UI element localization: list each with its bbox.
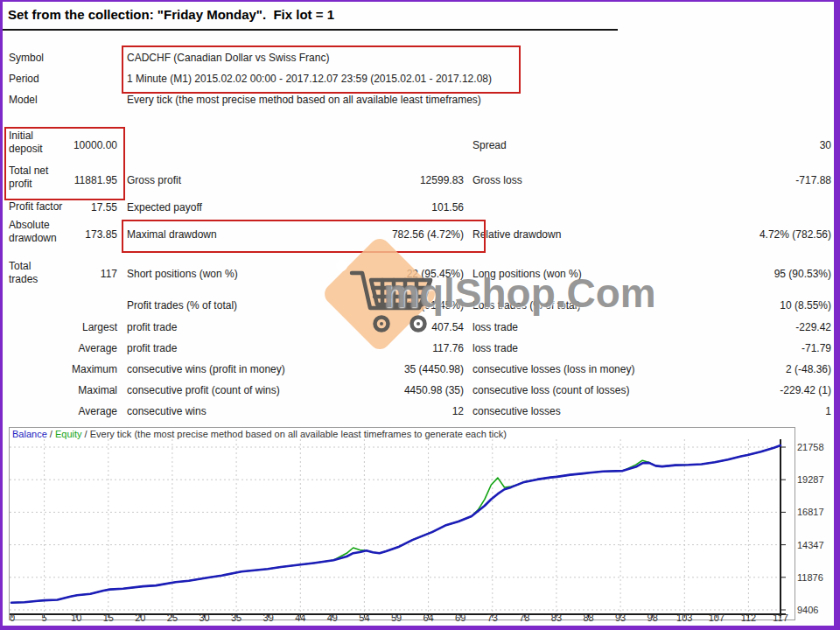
title-underline — [0, 29, 618, 31]
x-axis-label: 73 — [482, 612, 503, 623]
consecutive-profit-value: 4450.98 (35) — [289, 384, 464, 397]
maximal-drawdown-value: 782.56 (4.72%) — [289, 228, 464, 242]
avg-consecutive-losses-value: 1 — [651, 405, 831, 418]
chart-legend: Balance / Equity / Every tick (the most … — [12, 429, 507, 439]
x-axis-label: 44 — [290, 612, 311, 623]
legend-sep2: / — [82, 429, 90, 439]
stats-row-net-profit: Total net profit 11881.95 Gross profit 1… — [0, 164, 840, 196]
period-value: 1 Minute (M1) 2015.02.02 00:00 - 2017.12… — [127, 73, 492, 85]
expected-payoff-value: 101.56 — [289, 201, 464, 214]
avg-consecutive-wins-value: 12 — [289, 405, 464, 418]
x-axis-label: 83 — [546, 612, 567, 623]
x-axis-label: 5 — [34, 612, 55, 623]
absolute-drawdown-value: 173.85 — [61, 228, 117, 242]
total-net-profit-value: 11881.95 — [61, 174, 117, 187]
x-axis-label: 59 — [386, 612, 407, 623]
x-axis-label: 117 — [770, 612, 791, 623]
y-axis-label: 14347 — [797, 540, 836, 550]
symbol-row: Symbol CADCHF (Canadian Dollar vs Swiss … — [0, 52, 840, 66]
consecutive-wins-value: 35 (4450.98) — [289, 363, 464, 376]
y-axis-label: 19287 — [797, 474, 836, 485]
loss-trades-value: 10 (8.55%) — [651, 299, 831, 312]
average-label: Average — [9, 342, 117, 355]
profit-factor-label: Profit factor — [9, 200, 63, 214]
stats-row-profit-factor: Profit factor 17.55 Expected payoff 101.… — [0, 200, 840, 214]
long-positions-value: 95 (90.53%) — [651, 268, 831, 281]
total-trades-label: Total trades — [9, 260, 63, 286]
y-axis-label: 21758 — [797, 442, 836, 452]
maximum-label: Maximum — [9, 363, 117, 376]
x-axis-label: 107 — [706, 612, 727, 623]
x-axis-label: 54 — [354, 612, 374, 623]
x-axis-label: 103 — [674, 612, 695, 623]
gross-profit-value: 12599.83 — [289, 174, 464, 187]
x-axis-label: 69 — [450, 612, 471, 623]
legend-model: Every tick (the most precise method base… — [90, 429, 507, 439]
x-axis-label: 98 — [642, 612, 663, 623]
y-axis-label: 11876 — [797, 572, 836, 583]
period-row: Period 1 Minute (M1) 2015.02.02 00:00 - … — [0, 73, 840, 87]
x-axis-label: 20 — [130, 612, 150, 623]
price-tag-icon — [320, 234, 439, 354]
total-trades-value: 117 — [61, 268, 117, 281]
average-consecutive-label: Average — [9, 405, 117, 418]
x-axis-label: 64 — [418, 612, 439, 623]
stats-row-maximal-consecutive: Maximal consecutive profit (count of win… — [0, 383, 840, 397]
symbol-label: Symbol — [9, 52, 44, 64]
largest-label: Largest — [9, 321, 117, 334]
relative-drawdown-value: 4.72% (782.56) — [651, 228, 831, 242]
average-profit-trade-value: 117.76 — [289, 342, 464, 355]
absolute-drawdown-label: Absolute drawdown — [9, 219, 63, 245]
x-axis-label: 93 — [610, 612, 631, 623]
consecutive-losses-value: 2 (-48.36) — [651, 363, 831, 376]
x-axis-label: 112 — [738, 612, 759, 623]
stats-row-average-trade: Average profit trade 117.76 loss trade -… — [0, 341, 840, 355]
largest-loss-trade-value: -229.42 — [651, 321, 831, 334]
x-axis-label: 25 — [162, 612, 183, 623]
period-label: Period — [9, 73, 39, 85]
y-axis-label: 9406 — [797, 605, 836, 615]
x-axis-label: 88 — [578, 612, 599, 623]
stats-row-max-consecutive: Maximum consecutive wins (profit in mone… — [0, 362, 840, 376]
stats-row-total-trades: Total trades 117 Short positions (won %)… — [0, 260, 840, 288]
x-axis-label: 15 — [98, 612, 119, 623]
maximal-label: Maximal — [9, 384, 117, 397]
short-positions-value: 22 (95.45%) — [289, 268, 464, 281]
average-loss-trade-value: -71.79 — [651, 342, 831, 355]
total-net-profit-label: Total net profit — [9, 164, 63, 191]
legend-equity: Equity — [55, 429, 82, 439]
profit-trades-value: 107 (91.45%) — [289, 299, 464, 312]
stats-row-profit-trades: Profit trades (% of total) 107 (91.45%) … — [0, 298, 840, 312]
chart-plot-area — [10, 439, 793, 618]
x-axis-label: 30 — [194, 612, 215, 623]
stats-row-drawdown: Absolute drawdown 173.85 Maximal drawdow… — [0, 219, 840, 250]
model-value: Every tick (the most precise method base… — [127, 94, 481, 106]
initial-deposit-value: 10000.00 — [61, 139, 117, 152]
legend-sep1: / — [47, 429, 55, 439]
stats-row-largest-trade: Largest profit trade 407.54 loss trade -… — [0, 320, 840, 334]
stats-row-avg-consecutive: Average consecutive wins 12 consecutive … — [0, 404, 840, 418]
x-axis-label: 10 — [66, 612, 87, 623]
model-label: Model — [9, 94, 38, 106]
model-row: Model Every tick (the most precise metho… — [0, 94, 840, 108]
stats-row-initial-deposit: Initial deposit 10000.00 Spread 30 — [0, 130, 840, 161]
x-axis-label: 49 — [322, 612, 343, 623]
consecutive-loss-value: -229.42 (1) — [651, 384, 831, 397]
balance-equity-chart: Balance / Equity / Every tick (the most … — [9, 427, 795, 620]
page-title: Set from the collection: "Friday Monday"… — [8, 7, 334, 22]
initial-deposit-label: Initial deposit — [9, 130, 63, 156]
x-axis-label: 0 — [2, 612, 23, 623]
symbol-value: CADCHF (Canadian Dollar vs Swiss Franc) — [127, 52, 329, 64]
x-axis-label: 39 — [258, 612, 279, 623]
legend-balance: Balance — [12, 429, 47, 439]
largest-profit-trade-value: 407.54 — [289, 321, 464, 334]
spread-value: 30 — [651, 139, 831, 152]
profit-factor-value: 17.55 — [61, 201, 117, 214]
y-axis-label: 16817 — [797, 507, 836, 517]
x-axis-label: 35 — [226, 612, 247, 623]
gross-loss-value: -717.88 — [651, 174, 831, 187]
x-axis-label: 78 — [514, 612, 535, 623]
strategy-tester-report: { "report": { "title": "Set from the col… — [0, 0, 840, 630]
